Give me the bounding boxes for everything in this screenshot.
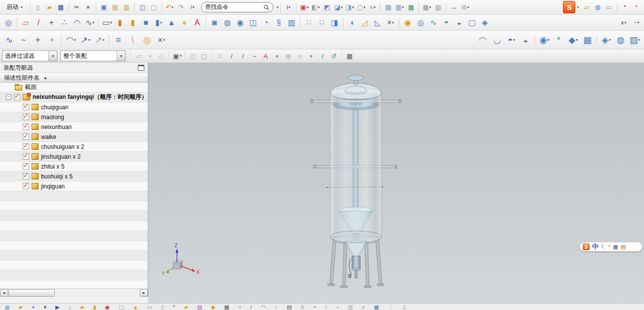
- tree-row[interactable]: ✓maotong: [0, 112, 148, 122]
- sketch-icon[interactable]: ◎: [2, 16, 15, 29]
- snap-quadrant-icon[interactable]: +: [305, 50, 317, 62]
- expander-toggle[interactable]: −: [6, 94, 11, 100]
- texture-icon[interactable]: ▨: [197, 304, 202, 310]
- pattern-face-icon[interactable]: ∷: [315, 16, 328, 29]
- info-icon[interactable]: i▾: [283, 1, 294, 13]
- tree-column-header[interactable]: 描述性部件名 ▲: [0, 73, 148, 83]
- chevron-down-icon[interactable]: ▼: [117, 51, 125, 61]
- moon-icon[interactable]: ☾: [601, 244, 606, 250]
- ruled-surface-icon[interactable]: ◓: [440, 16, 453, 29]
- web-browser-icon[interactable]: ◍: [592, 1, 603, 13]
- chamfer-icon[interactable]: ◿: [358, 16, 371, 29]
- punctuation-icon[interactable]: °: [608, 244, 610, 250]
- edit-object-icon[interactable]: ▱: [581, 1, 592, 13]
- component-checkbox[interactable]: ✓: [23, 163, 29, 170]
- tree-row[interactable]: ✓bushuiqi x 5: [0, 172, 148, 181]
- point-tool-icon[interactable]: +: [31, 33, 45, 47]
- view-iso-icon[interactable]: ◪▾: [333, 1, 344, 13]
- expression-table-icon[interactable]: ▦: [405, 1, 417, 13]
- component-checkbox[interactable]: ✓: [23, 183, 29, 189]
- graphics-window[interactable]: Z X Y: [148, 63, 644, 303]
- rows-icon[interactable]: ▥: [348, 304, 353, 310]
- studio-spline-icon[interactable]: ~: [16, 33, 31, 47]
- delete-icon[interactable]: ×: [83, 1, 94, 13]
- tree-row[interactable]: 截面: [0, 83, 148, 92]
- tree-row[interactable]: ✓neixunhuan: [0, 122, 148, 132]
- panel-restore-button[interactable]: [138, 65, 144, 71]
- unite-icon[interactable]: ◙: [208, 16, 221, 29]
- render-style-icon[interactable]: ◨▾: [344, 1, 355, 13]
- sphere-icon[interactable]: ●: [178, 16, 191, 29]
- gear-icon[interactable]: *: [173, 304, 175, 310]
- open-recent-icon[interactable]: ▰: [19, 304, 23, 310]
- copy-icon[interactable]: ▣: [98, 1, 110, 13]
- ime-language-toggle[interactable]: 中: [592, 242, 599, 251]
- point-icon[interactable]: +: [45, 16, 58, 29]
- grid-icon[interactable]: ▦: [374, 304, 379, 310]
- sogou-ime-icon[interactable]: S: [583, 243, 590, 250]
- reactor-3d-model[interactable]: Z X Y: [148, 63, 644, 303]
- revolve-icon[interactable]: ▮: [114, 16, 127, 29]
- snap-midpoint-icon[interactable]: /: [237, 50, 249, 62]
- snap-endpoint-icon[interactable]: /: [226, 50, 237, 62]
- component-checkbox[interactable]: ✓: [23, 133, 29, 140]
- angle-icon[interactable]: ∠: [402, 304, 407, 310]
- tree-row[interactable]: ✓jinqiguan: [0, 181, 148, 191]
- stylus-icon[interactable]: \: [126, 33, 140, 47]
- chevron-down-icon[interactable]: ▼: [48, 51, 57, 61]
- fill-surface-icon[interactable]: ◉▾: [537, 33, 552, 47]
- shaded-select-icon[interactable]: ◫: [187, 50, 199, 62]
- divider-icon[interactable]: ⋮: [388, 304, 393, 310]
- snap-point-icon[interactable]: ∷: [215, 50, 226, 62]
- point-cloud-icon[interactable]: +: [45, 33, 59, 47]
- wireframe-view-icon[interactable]: ◔▾: [629, 16, 642, 29]
- layer-settings-icon[interactable]: ▩▾: [421, 1, 432, 13]
- offset-surface-icon[interactable]: ◓▾: [504, 33, 518, 47]
- tube-icon[interactable]: ◎: [414, 16, 427, 29]
- warning-icon[interactable]: ▲: [133, 304, 138, 310]
- rib-icon[interactable]: ▥: [285, 16, 298, 29]
- scroll-left-button[interactable]: ◄: [0, 289, 8, 297]
- styled-sweep-icon[interactable]: ◡: [490, 33, 504, 47]
- undo-icon[interactable]: ↶▾: [164, 1, 175, 13]
- block-icon[interactable]: ■: [139, 16, 152, 29]
- save-icon[interactable]: ▦: [55, 1, 67, 13]
- snap-curve-icon[interactable]: ~: [249, 50, 260, 62]
- arc-icon[interactable]: ◠: [71, 16, 84, 29]
- open-folder-icon[interactable]: ▰: [44, 1, 55, 13]
- delete-curve-icon[interactable]: ×▾: [154, 33, 169, 47]
- cut-scissors-icon[interactable]: ✂: [71, 1, 83, 13]
- bridge-curve-icon[interactable]: ◠▾: [64, 33, 78, 47]
- search-options-caret[interactable]: ▾: [277, 5, 279, 9]
- copy-display-icon[interactable]: ◫: [137, 1, 148, 13]
- wcs-triad[interactable]: Z X Y: [162, 243, 200, 276]
- datum-axis-icon[interactable]: /: [32, 16, 45, 29]
- trimmed-sheet-icon[interactable]: ◒: [518, 33, 533, 47]
- corner-icon[interactable]: ¬: [336, 304, 339, 310]
- redo-icon[interactable]: ↷: [175, 1, 187, 13]
- equal-icon[interactable]: ≡: [362, 304, 365, 310]
- tree-row[interactable]: ✓chushuiguan x 2: [0, 142, 148, 152]
- four-point-surface-icon[interactable]: ◈: [478, 16, 491, 29]
- pattern-feature-icon[interactable]: ∷: [302, 16, 315, 29]
- point-set-icon[interactable]: ∴: [58, 16, 71, 29]
- component-checkbox[interactable]: ✓: [23, 104, 29, 110]
- window-icon[interactable]: ▢▾: [355, 1, 367, 13]
- sweep-icon[interactable]: ∿: [427, 16, 440, 29]
- assembly-table-icon[interactable]: ▤: [383, 1, 394, 13]
- paste-icon[interactable]: ▤: [110, 1, 121, 13]
- mirror-feature-icon[interactable]: ◨: [328, 16, 341, 29]
- datum-star-small-icon[interactable]: *: [631, 1, 642, 13]
- subtract-icon[interactable]: ◍: [221, 16, 234, 29]
- view-top-icon[interactable]: ◩: [321, 1, 333, 13]
- text-icon[interactable]: A: [191, 16, 204, 29]
- command-finder[interactable]: 查找命令: [201, 2, 273, 12]
- tree-row[interactable]: ✓jinshuiguan x 2: [0, 152, 148, 162]
- flag-icon[interactable]: ▶: [55, 304, 59, 310]
- sogou-logo-icon[interactable]: S: [563, 1, 575, 13]
- extension-surface-icon[interactable]: ▨▾: [628, 33, 642, 47]
- tree-row[interactable]: ✓chuqiguan: [0, 102, 148, 112]
- shaded-view-icon[interactable]: ◑▾: [616, 16, 629, 29]
- gem-icon[interactable]: ◆: [211, 304, 215, 310]
- bounded-plane-icon[interactable]: ▢: [466, 16, 478, 29]
